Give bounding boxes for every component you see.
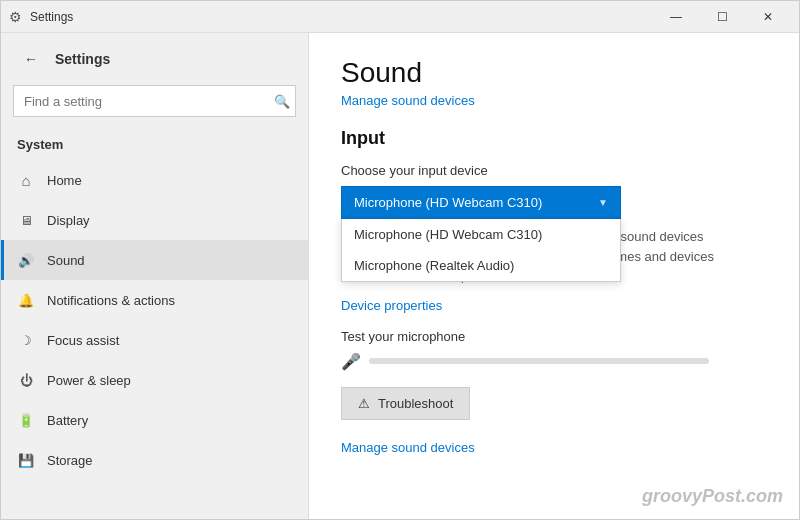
battery-icon: 🔋 xyxy=(17,411,35,429)
cursor-indicator: ▼ xyxy=(598,197,608,208)
device-properties-link[interactable]: Device properties xyxy=(341,298,767,313)
sidebar-item-label: Display xyxy=(47,213,90,228)
dropdown-list: Microphone (HD Webcam C310) Microphone (… xyxy=(341,219,621,282)
sidebar-item-power[interactable]: ⏻ Power & sleep xyxy=(1,360,308,400)
sidebar-item-home[interactable]: ⌂ Home xyxy=(1,160,308,200)
sidebar-item-storage[interactable]: 💾 Storage xyxy=(1,440,308,480)
settings-titlebar-icon: ⚙ xyxy=(9,9,22,25)
search-icon[interactable]: 🔍 xyxy=(274,94,290,109)
dropdown-option-2[interactable]: Microphone (Realtek Audio) xyxy=(342,250,620,281)
settings-window: ⚙ Settings — ☐ ✕ ← Settings 🔍 System ⌂ xyxy=(0,0,800,520)
titlebar-title: Settings xyxy=(30,10,73,24)
focus-icon: ☽ xyxy=(17,331,35,349)
window-content: ← Settings 🔍 System ⌂ Home 🖥 Display xyxy=(1,33,799,519)
app-title: Settings xyxy=(55,51,110,67)
troubleshoot-warning-icon: ⚠ xyxy=(358,396,370,411)
sidebar-item-label: Sound xyxy=(47,253,85,268)
sidebar-item-label: Power & sleep xyxy=(47,373,131,388)
main-content: Sound Manage sound devices Input Choose … xyxy=(309,33,799,519)
mic-level-bar xyxy=(369,358,709,364)
sidebar-item-battery[interactable]: 🔋 Battery xyxy=(1,400,308,440)
sidebar-header: ← Settings xyxy=(1,33,308,81)
display-icon: 🖥 xyxy=(17,211,35,229)
home-icon: ⌂ xyxy=(17,171,35,189)
troubleshoot-button[interactable]: ⚠ Troubleshoot xyxy=(341,387,470,420)
maximize-button[interactable]: ☐ xyxy=(699,1,745,33)
sound-icon: 🔊 xyxy=(17,251,35,269)
dropdown-selected-item[interactable]: Microphone (HD Webcam C310) ▼ xyxy=(341,186,621,219)
sidebar: ← Settings 🔍 System ⌂ Home 🖥 Display xyxy=(1,33,309,519)
troubleshoot-label: Troubleshoot xyxy=(378,396,453,411)
sidebar-item-label: Storage xyxy=(47,453,93,468)
input-device-dropdown[interactable]: Microphone (HD Webcam C310) ▼ Microphone… xyxy=(341,186,621,219)
sidebar-item-label: Battery xyxy=(47,413,88,428)
search-input[interactable] xyxy=(13,85,296,117)
back-button[interactable]: ← xyxy=(17,45,45,73)
input-section-title: Input xyxy=(341,128,767,149)
sidebar-item-focus[interactable]: ☽ Focus assist xyxy=(1,320,308,360)
microphone-icon: 🎤 xyxy=(341,352,361,371)
close-button[interactable]: ✕ xyxy=(745,1,791,33)
notifications-icon: 🔔 xyxy=(17,291,35,309)
manage-devices-top-link[interactable]: Manage sound devices xyxy=(341,93,767,108)
watermark: groovyPost.com xyxy=(642,486,783,507)
power-icon: ⏻ xyxy=(17,371,35,389)
dropdown-selected-text: Microphone (HD Webcam C310) xyxy=(354,195,542,210)
sidebar-item-label: Focus assist xyxy=(47,333,119,348)
manage-devices-bottom-link[interactable]: Manage sound devices xyxy=(341,440,767,455)
search-box: 🔍 xyxy=(13,85,296,117)
sidebar-item-sound[interactable]: 🔊 Sound xyxy=(1,240,308,280)
dropdown-option-1[interactable]: Microphone (HD Webcam C310) xyxy=(342,219,620,250)
sidebar-item-label: Notifications & actions xyxy=(47,293,175,308)
choose-input-label: Choose your input device xyxy=(341,163,767,178)
minimize-button[interactable]: — xyxy=(653,1,699,33)
test-mic-label: Test your microphone xyxy=(341,329,767,344)
sidebar-item-notifications[interactable]: 🔔 Notifications & actions xyxy=(1,280,308,320)
nav-items: ⌂ Home 🖥 Display 🔊 Sound 🔔 Notifications… xyxy=(1,160,308,519)
system-label: System xyxy=(1,129,308,160)
sidebar-item-display[interactable]: 🖥 Display xyxy=(1,200,308,240)
mic-bar-container: 🎤 xyxy=(341,352,767,371)
sidebar-item-label: Home xyxy=(47,173,82,188)
titlebar-controls: — ☐ ✕ xyxy=(653,1,791,33)
titlebar: ⚙ Settings — ☐ ✕ xyxy=(1,1,799,33)
titlebar-left: ⚙ Settings xyxy=(9,9,73,25)
storage-icon: 💾 xyxy=(17,451,35,469)
page-title: Sound xyxy=(341,57,767,89)
